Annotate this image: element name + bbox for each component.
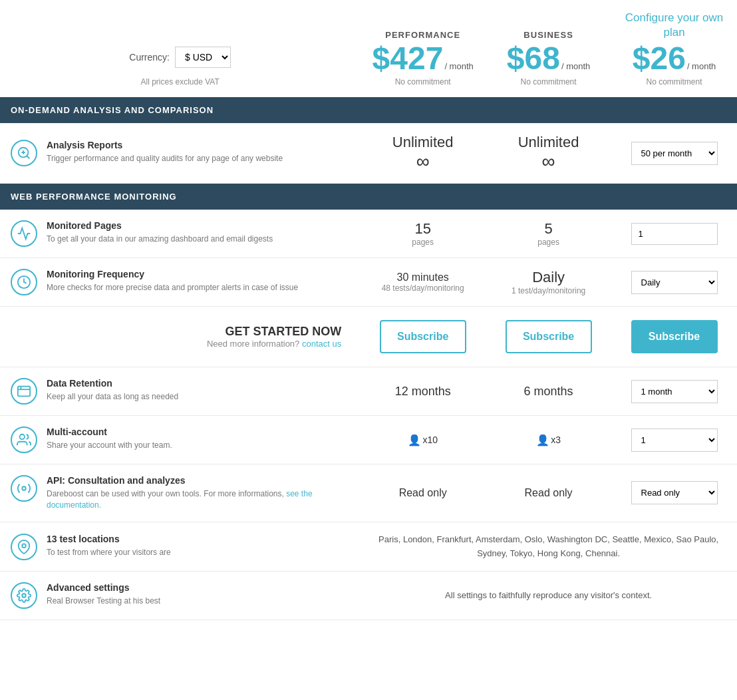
retention-desc: Keep all your data as long as needed xyxy=(47,391,178,403)
subscribe-custom-cell[interactable]: Subscribe xyxy=(611,307,737,367)
monitored-perf-value: 15 pages xyxy=(360,210,486,258)
business-plan-header: BUSINESS $68 / month No commitment xyxy=(486,0,611,97)
retention-custom-select[interactable]: 1 month 3 months 6 months 12 months xyxy=(631,380,718,403)
monitored-pages-cell: Monitored Pages To get all your data in … xyxy=(0,210,360,258)
api-icon xyxy=(11,475,37,502)
business-price: $68 xyxy=(507,43,560,75)
svg-point-8 xyxy=(20,435,25,439)
api-custom-select[interactable]: Read only Full access xyxy=(631,481,718,504)
freq-title: Monitoring Frequency xyxy=(47,269,298,279)
advanced-cell: Advanced settings Real Browser Testing a… xyxy=(0,572,360,620)
multi-perf-value: 👤 x10 xyxy=(360,416,486,464)
get-started-sub: Need more information? contact us xyxy=(5,339,341,349)
multi-desc: Share your account with your team. xyxy=(47,440,172,451)
analysis-title: Analysis Reports xyxy=(47,140,283,150)
contact-link[interactable]: contact us xyxy=(302,339,341,349)
section-web-perf: WEB PERFORMANCE MONITORING xyxy=(0,184,737,210)
multi-custom-value[interactable]: 1 2 3 5 10 xyxy=(611,416,737,464)
analysis-perf-value: Unlimited ∞ xyxy=(360,123,486,184)
freq-custom-value[interactable]: Daily 30 minutes 1 hour 6 hours xyxy=(611,258,737,307)
locations-list: Paris, London, Frankfurt, Amsterdam, Osl… xyxy=(360,522,737,572)
api-title: API: Consultation and analyzes xyxy=(47,475,355,486)
analysis-icon xyxy=(11,140,37,166)
business-commitment: No commitment xyxy=(491,77,606,87)
location-icon xyxy=(11,534,37,560)
advanced-title: Advanced settings xyxy=(47,582,160,593)
locations-title: 13 test locations xyxy=(47,534,171,544)
locations-desc: To test from where your visitors are xyxy=(47,547,171,558)
freq-perf-value: 30 minutes 48 tests/day/monitoring xyxy=(360,258,486,307)
api-biz-value: Read only xyxy=(486,464,611,522)
svg-rect-5 xyxy=(18,387,30,397)
data-retention-cell: Data Retention Keep all your data as lon… xyxy=(0,367,360,416)
api-perf-value: Read only xyxy=(360,464,486,522)
subscribe-biz-cell[interactable]: Subscribe xyxy=(486,307,611,367)
retention-icon xyxy=(11,378,37,405)
settings-icon xyxy=(11,582,37,609)
vat-note: All prices exclude VAT xyxy=(140,77,219,87)
freq-biz-value: Daily 1 test/day/monitoring xyxy=(486,258,611,307)
performance-plan-name: PERFORMANCE xyxy=(365,30,480,40)
analysis-custom-select[interactable]: 50 per month 10 per month 20 per month 1… xyxy=(631,142,718,165)
performance-price: $427 xyxy=(372,43,444,75)
custom-price: $26 xyxy=(633,43,686,75)
currency-label: Currency: xyxy=(129,52,170,63)
business-plan-name: BUSINESS xyxy=(491,30,606,40)
custom-plan-header: Configure your own plan $26 / month No c… xyxy=(611,0,737,97)
svg-point-10 xyxy=(22,544,26,548)
retention-perf-value: 12 months xyxy=(360,367,486,416)
monitoring-icon xyxy=(11,220,37,247)
analysis-desc: Trigger performance and quality audits f… xyxy=(47,153,283,164)
business-per: / month xyxy=(561,61,590,71)
svg-line-1 xyxy=(27,156,29,158)
retention-custom-value[interactable]: 1 month 3 months 6 months 12 months xyxy=(611,367,737,416)
monitored-title: Monitored Pages xyxy=(47,220,273,231)
retention-title: Data Retention xyxy=(47,378,178,389)
subscribe-label-cell: GET STARTED NOW Need more information? c… xyxy=(0,307,360,367)
currency-select[interactable]: $ USD € EUR £ GBP xyxy=(175,47,231,68)
api-custom-value[interactable]: Read only Full access xyxy=(611,464,737,522)
subscribe-perf-cell[interactable]: Subscribe xyxy=(360,307,486,367)
monitoring-freq-cell: Monitoring Frequency More checks for mor… xyxy=(0,258,360,307)
header-currency-cell: Currency: $ USD € EUR £ GBP All prices e… xyxy=(0,0,360,97)
monitored-desc: To get all your data in our amazing dash… xyxy=(47,234,273,245)
custom-plan-name: Configure your own plan xyxy=(617,11,732,40)
clock-icon xyxy=(11,269,37,295)
svg-point-11 xyxy=(22,594,26,598)
retention-biz-value: 6 months xyxy=(486,367,611,416)
advanced-value: All settings to faithfully reproduce any… xyxy=(360,572,737,620)
analysis-custom-value[interactable]: 50 per month 10 per month 20 per month 1… xyxy=(611,123,737,184)
monitored-custom-input[interactable] xyxy=(631,223,718,245)
advanced-desc: Real Browser Testing at his best xyxy=(47,596,160,607)
locations-cell: 13 test locations To test from where you… xyxy=(0,522,360,572)
multi-biz-value: 👤 x3 xyxy=(486,416,611,464)
svg-point-9 xyxy=(22,486,26,490)
performance-commitment: No commitment xyxy=(365,77,480,87)
custom-per: / month xyxy=(687,61,716,71)
api-desc: Dareboost can be used with your own tool… xyxy=(47,488,355,511)
section-on-demand: ON-DEMAND ANALYSIS AND COMPARISON xyxy=(0,97,737,123)
api-cell: API: Consultation and analyzes Dareboost… xyxy=(0,464,360,522)
subscribe-custom-button[interactable]: Subscribe xyxy=(631,320,718,353)
analysis-reports-cell: Analysis Reports Trigger performance and… xyxy=(0,123,360,184)
multi-custom-select[interactable]: 1 2 3 5 10 xyxy=(631,429,718,452)
subscribe-performance-button[interactable]: Subscribe xyxy=(380,320,466,353)
performance-plan-header: PERFORMANCE $427 / month No commitment xyxy=(360,0,486,97)
custom-commitment: No commitment xyxy=(617,77,732,87)
monitored-custom-value[interactable] xyxy=(611,210,737,258)
freq-custom-select[interactable]: Daily 30 minutes 1 hour 6 hours xyxy=(631,271,718,294)
get-started-title: GET STARTED NOW xyxy=(5,325,341,339)
monitored-biz-value: 5 pages xyxy=(486,210,611,258)
performance-per: / month xyxy=(444,61,473,71)
subscribe-business-button[interactable]: Subscribe xyxy=(506,320,592,353)
multi-account-cell: Multi-account Share your account with yo… xyxy=(0,416,360,464)
analysis-biz-value: Unlimited ∞ xyxy=(486,123,611,184)
multi-title: Multi-account xyxy=(47,427,172,437)
freq-desc: More checks for more precise data and pr… xyxy=(47,282,298,293)
multi-account-icon xyxy=(11,427,37,453)
